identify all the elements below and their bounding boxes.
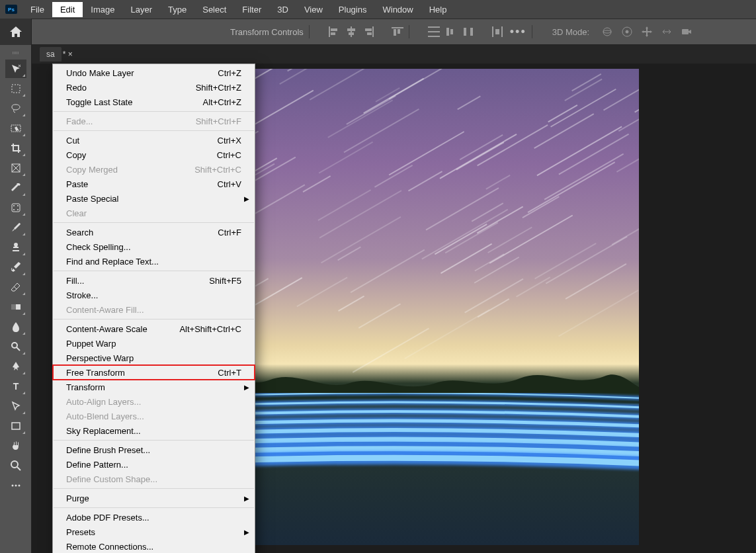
menu-item-perspective-warp[interactable]: Perspective Warp <box>53 351 255 365</box>
menu-plugins[interactable]: Plugins <box>331 2 375 17</box>
menu-item-toggle-last-state[interactable]: Toggle Last StateAlt+Ctrl+Z <box>53 95 255 109</box>
menu-item-check-spelling[interactable]: Check Spelling... <box>53 239 255 254</box>
svg-point-40 <box>11 461 18 468</box>
blur-tool[interactable] <box>5 318 26 336</box>
menu-item-undo-make-layer[interactable]: Undo Make LayerCtrl+Z <box>53 65 255 80</box>
align-left-icon[interactable] <box>328 26 340 37</box>
svg-text:T: T <box>13 381 19 392</box>
menu-image[interactable]: Image <box>83 2 122 17</box>
menu-filter[interactable]: Filter <box>234 2 269 17</box>
menu-item-define-brush-preset[interactable]: Define Brush Preset... <box>53 443 255 457</box>
lasso-tool[interactable] <box>5 99 26 118</box>
distribute-v-icon[interactable] <box>445 26 457 37</box>
distribute-spacing-icon[interactable] <box>491 26 503 37</box>
eyedropper-tool[interactable] <box>5 179 26 197</box>
more-options-button[interactable]: ••• <box>510 25 526 39</box>
menu-item-clear: Clear <box>53 206 255 220</box>
svg-rect-27 <box>12 85 20 93</box>
object-select-tool[interactable] <box>5 119 26 138</box>
menu-item-redo[interactable]: RedoShift+Ctrl+Z <box>53 80 255 95</box>
menu-item-copy[interactable]: CopyCtrl+C <box>53 148 255 162</box>
hand-tool[interactable] <box>5 437 26 455</box>
menu-select[interactable]: Select <box>194 2 234 17</box>
stamp-tool[interactable] <box>5 238 26 257</box>
move-tool[interactable] <box>5 60 26 78</box>
3d-mode-label: 3D Mode: <box>552 27 589 37</box>
menu-item-free-transform[interactable]: Free TransformCtrl+T <box>53 365 255 380</box>
menu-item-sky-replacement[interactable]: Sky Replacement... <box>53 423 255 438</box>
menu-type[interactable]: Type <box>160 2 194 17</box>
menu-item-find-and-replace-text[interactable]: Find and Replace Text... <box>53 254 255 269</box>
brush-tool[interactable] <box>5 218 26 237</box>
home-button[interactable] <box>0 19 32 45</box>
align-top-icon[interactable] <box>392 26 403 37</box>
menu-help[interactable]: Help <box>421 2 455 17</box>
3d-camera-icon[interactable] <box>681 26 693 38</box>
tools-panel: T <box>0 45 32 553</box>
distribute-top-icon[interactable] <box>428 26 440 37</box>
menu-item-cut[interactable]: CutCtrl+X <box>53 133 255 148</box>
menu-window[interactable]: Window <box>374 2 421 17</box>
document-tab-bar: sa * × <box>32 45 756 64</box>
path-select-tool[interactable] <box>5 397 26 415</box>
menu-file[interactable]: File <box>22 2 52 17</box>
marquee-tool[interactable] <box>5 79 26 98</box>
frame-tool[interactable] <box>5 159 26 177</box>
svg-rect-4 <box>347 28 355 31</box>
eraser-tool[interactable] <box>5 278 26 296</box>
history-brush-tool[interactable] <box>5 258 26 276</box>
svg-rect-9 <box>392 27 403 28</box>
3d-slide-icon[interactable] <box>661 26 673 38</box>
menu-item-paste-special[interactable]: Paste Special▶ <box>53 191 255 206</box>
menu-item-remote-connections[interactable]: Remote Connections... <box>53 539 255 553</box>
menu-item-presets[interactable]: Presets▶ <box>53 525 255 539</box>
menu-item-auto-align-layers: Auto-Align Layers... <box>53 394 255 409</box>
document-tab[interactable]: sa <box>40 47 62 62</box>
distribute-h-icon[interactable] <box>462 26 474 37</box>
align-center-h-icon[interactable] <box>345 26 357 37</box>
menu-item-paste[interactable]: PasteCtrl+V <box>53 177 255 191</box>
distribute-group <box>428 26 503 37</box>
svg-rect-1 <box>331 28 337 31</box>
tab-suffix: * × <box>63 50 73 59</box>
svg-rect-17 <box>464 28 466 36</box>
svg-point-41 <box>11 485 13 487</box>
3d-rotate-icon[interactable] <box>621 26 633 38</box>
gradient-tool[interactable] <box>5 298 26 316</box>
svg-rect-30 <box>12 204 20 212</box>
menu-view[interactable]: View <box>296 2 331 17</box>
panel-grip[interactable] <box>9 52 22 54</box>
menu-item-content-aware-scale[interactable]: Content-Aware ScaleAlt+Shift+Ctrl+C <box>53 321 255 336</box>
transform-controls-label: Transform Controls <box>230 27 304 37</box>
3d-pan-icon[interactable] <box>641 26 653 38</box>
healing-brush-tool[interactable] <box>5 198 26 217</box>
menu-item-purge[interactable]: Purge▶ <box>53 491 255 505</box>
tab-prefix: sa <box>46 50 55 59</box>
menu-item-copy-merged: Copy MergedShift+Ctrl+C <box>53 162 255 177</box>
type-tool[interactable]: T <box>5 377 26 396</box>
menu-item-transform[interactable]: Transform▶ <box>53 380 255 394</box>
menu-item-fill[interactable]: Fill...Shift+F5 <box>53 273 255 288</box>
menu-item-fade: Fade...Shift+Ctrl+F <box>53 114 255 128</box>
options-bar: Transform Controls ••• 3D Mode: <box>0 19 756 45</box>
menu-item-adobe-pdf-presets[interactable]: Adobe PDF Presets... <box>53 510 255 525</box>
pen-tool[interactable] <box>5 357 26 376</box>
photoshop-logo: Ps <box>5 5 17 14</box>
align-right-icon[interactable] <box>362 26 374 37</box>
menu-item-define-custom-shape: Define Custom Shape... <box>53 472 255 486</box>
menu-item-puppet-warp[interactable]: Puppet Warp <box>53 336 255 351</box>
svg-rect-20 <box>501 26 503 37</box>
menu-item-search[interactable]: SearchCtrl+F <box>53 225 255 239</box>
dodge-tool[interactable] <box>5 337 26 356</box>
menu-3d[interactable]: 3D <box>269 2 296 17</box>
menu-item-define-pattern[interactable]: Define Pattern... <box>53 457 255 472</box>
3d-orbit-icon[interactable] <box>601 26 613 38</box>
menu-edit[interactable]: Edit <box>52 2 83 17</box>
more-tool[interactable] <box>5 476 26 495</box>
menu-layer[interactable]: Layer <box>123 2 161 17</box>
menu-item-stroke[interactable]: Stroke... <box>53 288 255 302</box>
svg-rect-15 <box>446 28 449 36</box>
crop-tool[interactable] <box>5 139 26 157</box>
rectangle-tool[interactable] <box>5 417 26 435</box>
zoom-tool[interactable] <box>5 456 26 475</box>
